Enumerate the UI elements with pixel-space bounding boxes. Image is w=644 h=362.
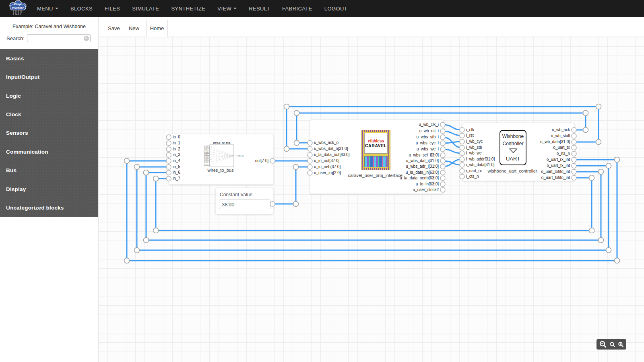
nav-item-simulate[interactable]: SIMULATE (132, 6, 159, 12)
port-label: o_uart_tx_int (547, 163, 570, 169)
sidebar-item-bus[interactable]: Bus (0, 161, 98, 180)
port-label: u_user_clock2 (413, 187, 439, 193)
wires-to-bus-thumbnail: WIRES_TO_BUSin_0in_1in_2in_3in_4in_5in_6… (197, 140, 257, 169)
nav-item-blocks[interactable]: BLOCKS (70, 6, 93, 12)
thumb-input-label: in_4 (206, 156, 208, 158)
chip-circuitry (364, 156, 388, 167)
chipinventor-logo[interactable]: Chip Inventor (7, 0, 28, 19)
nav-item-files[interactable]: FILES (105, 6, 120, 12)
port-label: i_wb_data[31:0] (466, 162, 495, 168)
port-label: in_3 (173, 152, 180, 158)
search-input[interactable] (27, 34, 91, 42)
svg-text:Chip: Chip (14, 2, 21, 6)
port-label: in_2 (173, 146, 180, 152)
nav-item-label: FABRICATE (282, 6, 312, 12)
thumb-input-label: in_1 (206, 149, 208, 150)
nav-item-synthetize[interactable]: SYNTHETIZE (171, 6, 205, 12)
port-label: u_la_data_out[63:0] (314, 152, 349, 158)
chip-label-area: efablessCARAVEL (364, 133, 388, 154)
nav-item-menu[interactable]: MENU (37, 6, 58, 12)
nav-item-logout[interactable]: LOGOUT (324, 6, 347, 12)
port-label: u_io_out[37:0] (314, 158, 339, 164)
chip-brand-text: efabless (368, 139, 384, 143)
block-label-wishbone: wishbone_uart_controller (452, 169, 573, 173)
constant-title: Constant Value (220, 192, 252, 197)
nav-item-label: BLOCKS (70, 6, 93, 12)
thumb-input-label: in_2 (206, 151, 208, 153)
chip-name-text: CARAVEL (365, 143, 387, 148)
port-label: i_rst (466, 133, 474, 138)
wishbone-box-sub: UART (506, 156, 520, 162)
nav-item-label: LOGOUT (324, 6, 347, 12)
block-constant-value[interactable]: Constant Value (215, 188, 273, 214)
thumb-input-label: in_0 (206, 146, 208, 148)
nav-item-label: VIEW (217, 6, 231, 12)
zoom-in-button[interactable] (618, 341, 624, 348)
zoom-controls (597, 339, 626, 350)
port-label: o_uart_txfifo_int (541, 175, 570, 181)
chevron-down-icon (233, 8, 237, 9)
zoom-out-button[interactable] (599, 340, 607, 348)
port-label: i_wb_cyc (466, 139, 483, 144)
new-button[interactable]: New (124, 20, 144, 37)
clear-search-icon[interactable]: ✕ (84, 36, 89, 41)
triangle-glyph (510, 149, 517, 153)
thumb-input-label: in_3 (206, 154, 208, 155)
port-label: i_cts_n (466, 174, 479, 179)
nav-item-label: SYNTHETIZE (171, 6, 205, 12)
sidebar-item-sensors[interactable]: Sensors (0, 124, 98, 142)
sidebar-item-uncategorized[interactable]: Uncategorized blocks (0, 199, 98, 217)
sidebar-item-logic[interactable]: Logic (0, 86, 98, 105)
port-label: in_0 (173, 134, 180, 140)
example-title: Example: Caravel and Wishbone (0, 24, 98, 29)
sidebar-item-display[interactable]: Display (0, 180, 98, 198)
port-label: o_uart_rx_int (547, 157, 570, 162)
wishbone-logo-box: WishboneControllerUART (500, 130, 526, 165)
port-label: i_clk (466, 127, 474, 133)
port-label: u_wbs_sel_i[3:0] (409, 152, 439, 158)
nav-item-label: SIMULATE (132, 6, 159, 12)
sidebar-item-basics[interactable]: Basics (0, 49, 98, 68)
port-label: o_wb_data[31:0] (540, 139, 570, 145)
nav-item-label: RESULT (249, 6, 270, 12)
thumb-title: WIRES_TO_BUS (213, 142, 231, 144)
nav-menu: MENU BLOCKS FILES SIMULATE SYNTHETIZE VI… (37, 0, 347, 17)
nav-item-fabricate[interactable]: FABRICATE (282, 6, 312, 12)
svg-text:Inventor: Inventor (12, 6, 24, 10)
search-label: Search: (6, 35, 25, 41)
port-label: u_wbs_we_i (417, 146, 439, 152)
port-label: u_io_oeb[37:0] (314, 164, 341, 170)
sidebar-item-communication[interactable]: Communication (0, 142, 98, 161)
thumb-out-label: out[7:0] (237, 155, 244, 157)
zoom-reset-button[interactable] (609, 341, 615, 348)
caravel-chip-image: efablessCARAVEL (361, 130, 390, 170)
schematic-canvas[interactable] (98, 37, 644, 362)
port-label: u_wb_rst_i (419, 128, 439, 134)
wishbone-box-line1: Wishbone (502, 134, 524, 139)
port-label: u_wbs_dat_o[31:0] (314, 146, 348, 152)
port-label: out[7:0] (255, 158, 268, 164)
port-label: o_uart_tx (553, 145, 570, 150)
sidebar-item-input-output[interactable]: Input/Output (0, 68, 98, 86)
thumb-input-label: in_6 (206, 162, 208, 163)
app-window: Chip Inventor MENU BLOCKS FILES SIMULATE… (0, 0, 644, 362)
port-label: in_7 (173, 176, 180, 181)
nav-item-result[interactable]: RESULT (249, 6, 270, 12)
port-label: i_wb_we (466, 150, 482, 156)
nav-item-view[interactable]: VIEW (217, 6, 237, 12)
down-triangle-icon (509, 148, 518, 153)
port-label: u_wbs_adr_i[31:0] (406, 164, 439, 169)
save-button[interactable]: Save (104, 20, 124, 37)
thumb-input-label: in_7 (206, 164, 208, 166)
block-category-list: Basics Input/Output Logic Clock Sensors … (0, 49, 98, 217)
zoom-in-icon (618, 341, 624, 348)
thumb-input-label: in_5 (206, 159, 208, 160)
port-label: i_wb_stb (466, 145, 482, 150)
port-label: u_wbs_dat_i[31:0] (406, 158, 439, 164)
tab-home[interactable]: Home (146, 20, 168, 37)
constant-value-input[interactable] (219, 200, 270, 209)
wishbone-box-line2: Controller (502, 141, 523, 146)
sidebar-item-clock[interactable]: Clock (0, 105, 98, 123)
left-sidebar: Example: Caravel and Wishbone Search: ✕ … (0, 17, 99, 362)
top-navbar: Chip Inventor MENU BLOCKS FILES SIMULATE… (0, 0, 644, 17)
